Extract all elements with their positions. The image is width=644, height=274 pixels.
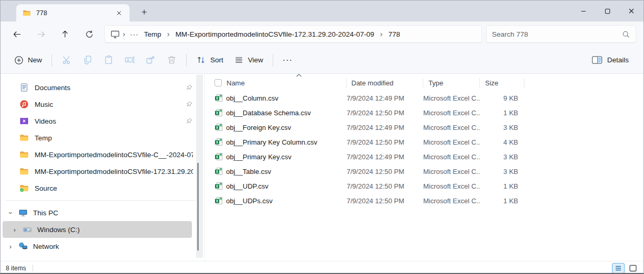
search-icon: [621, 30, 630, 39]
file-explorer-window: 778: [0, 0, 644, 274]
see-more-button[interactable]: ···: [277, 56, 298, 65]
delete-button[interactable]: [161, 51, 182, 70]
file-size: 1 KB: [480, 182, 524, 190]
sort-button-label: Sort: [210, 56, 223, 64]
tab-title: 778: [36, 9, 113, 17]
rename-button[interactable]: [119, 51, 140, 70]
table-row[interactable]: obj__Table.csv 7/9/2024 12:50 PM Microso…: [205, 164, 643, 179]
column-header-name[interactable]: Name: [227, 75, 347, 91]
close-icon: [115, 9, 123, 17]
documents-icon: [19, 83, 29, 92]
tab-778[interactable]: 778: [16, 4, 130, 21]
view-button[interactable]: View: [229, 52, 269, 68]
table-row[interactable]: obj__UDPs.csv 7/9/2024 12:50 PM Microsof…: [205, 193, 643, 208]
table-row[interactable]: obj__Primary Key.csv 7/9/2024 12:49 PM M…: [205, 149, 643, 164]
details-button-label: Details: [607, 56, 629, 64]
search-input[interactable]: [492, 30, 621, 38]
large-icons-view-toggle[interactable]: [627, 263, 639, 273]
sidebar-item-videos[interactable]: Videos: [1, 113, 205, 129]
new-tab-button[interactable]: [137, 5, 152, 19]
column-header-label: Date modified: [351, 79, 393, 87]
address-row: › ··· Temp › MM-ExportimportedmodelintoC…: [1, 21, 643, 47]
sidebar-item-label: Network: [33, 243, 59, 250]
videos-icon: [19, 116, 29, 126]
column-header-type[interactable]: Type: [423, 75, 480, 91]
excel-csv-file-icon: [214, 108, 223, 117]
copy-button[interactable]: [77, 51, 98, 70]
back-button[interactable]: [5, 25, 29, 43]
sidebar-item-temp[interactable]: Temp: [1, 129, 205, 146]
refresh-button[interactable]: [77, 25, 101, 43]
sidebar-item-documents[interactable]: Documents: [1, 79, 205, 96]
breadcrumb-segment-temp[interactable]: Temp: [141, 29, 165, 40]
file-type: Microsoft Excel C...: [423, 124, 480, 131]
chevron-down-icon[interactable]: ›: [7, 209, 15, 216]
chevron-separator-icon: ›: [165, 29, 173, 39]
sidebar-item-label: Windows (C:): [37, 226, 80, 234]
file-date-modified: 7/9/2024 12:50 PM: [347, 138, 423, 146]
sidebar-scrollbar[interactable]: [196, 75, 203, 258]
plus-icon: [141, 8, 148, 16]
forward-button[interactable]: [29, 25, 53, 43]
sidebar-item-export-folder-1[interactable]: MM-ExportimportedmodelintoCSVfile-C__-20…: [1, 146, 205, 163]
details-view-toggle[interactable]: [612, 263, 625, 273]
folder-icon: [19, 133, 29, 143]
sidebar-item-export-folder-2[interactable]: MM-ExportimportedmodelintoCSVfile-172.31…: [1, 163, 205, 180]
breadcrumb-overflow-button[interactable]: ···: [128, 30, 141, 38]
file-type: Microsoft Excel C...: [423, 138, 480, 146]
file-name: obj__Primary Key.csv: [226, 153, 347, 161]
file-date-modified: 7/9/2024 12:50 PM: [347, 182, 423, 190]
table-row[interactable]: obj__Foreign Key.csv 7/9/2024 12:49 PM M…: [205, 120, 643, 135]
breadcrumb-segment-export-folder[interactable]: MM-ExportimportedmodelintoCSVfile-172.31…: [173, 29, 378, 40]
navigation-pane: Documents Music Videos Temp MM-Exportimp…: [1, 74, 205, 261]
search-box[interactable]: [486, 25, 636, 43]
chevron-right-icon[interactable]: ›: [7, 243, 14, 250]
breadcrumb[interactable]: › ··· Temp › MM-ExportimportedmodelintoC…: [104, 25, 482, 43]
sort-arrows-icon: [196, 55, 206, 65]
sidebar-item-source[interactable]: Source: [1, 180, 205, 196]
share-icon: [145, 54, 156, 65]
details-pane-button[interactable]: Details: [586, 52, 634, 68]
sidebar-item-this-pc[interactable]: › This PC: [1, 204, 205, 221]
sidebar-item-music[interactable]: Music: [1, 96, 205, 113]
breadcrumb-segment-778[interactable]: 778: [385, 29, 403, 40]
pin-icon: [186, 84, 193, 91]
column-header-size[interactable]: Size: [480, 75, 524, 91]
paste-button[interactable]: [98, 51, 119, 70]
folder-icon: [19, 150, 29, 159]
share-button[interactable]: [140, 51, 161, 70]
close-icon: [627, 7, 636, 15]
file-type: Microsoft Excel C...: [423, 94, 480, 102]
cut-button[interactable]: [56, 51, 77, 70]
table-row[interactable]: obj__UDP.csv 7/9/2024 12:50 PM Microsoft…: [205, 179, 643, 193]
folder-icon: [19, 167, 29, 176]
sort-button[interactable]: Sort: [191, 52, 229, 68]
scrollbar-thumb[interactable]: [197, 163, 199, 250]
new-button-label: New: [28, 56, 42, 64]
titlebar-drag-region[interactable]: [152, 1, 571, 21]
excel-csv-file-icon: [214, 167, 223, 176]
tab-close-button[interactable]: [113, 7, 125, 19]
chevron-separator-icon: ›: [377, 29, 385, 39]
select-all-checkbox[interactable]: [214, 79, 222, 86]
new-button[interactable]: New: [9, 52, 47, 68]
file-list: Name Date modified Type Size obj__Column…: [205, 74, 643, 261]
column-header-date-modified[interactable]: Date modified: [347, 75, 423, 91]
column-header-label: Type: [428, 79, 443, 87]
minimize-button[interactable]: [571, 1, 595, 21]
file-type: Microsoft Excel C...: [423, 153, 480, 161]
sidebar-item-network[interactable]: › Network: [1, 238, 205, 255]
sort-ascending-caret-icon: [296, 73, 302, 78]
maximize-button[interactable]: [595, 1, 619, 21]
close-button[interactable]: [619, 1, 643, 21]
table-row[interactable]: obj__Primary Key Column.csv 7/9/2024 12:…: [205, 135, 643, 149]
toolbar-divider: [186, 54, 187, 67]
chevron-right-icon[interactable]: ›: [11, 226, 18, 234]
excel-csv-file-icon: [214, 138, 223, 146]
sidebar-item-windows-c[interactable]: › Windows (C:): [3, 221, 192, 238]
table-row[interactable]: obj__Column.csv 7/9/2024 12:49 PM Micros…: [205, 91, 643, 105]
chevron-separator-icon: ›: [120, 29, 128, 39]
details-pane-icon: [591, 55, 603, 65]
table-row[interactable]: obj__Database Schema.csv 7/9/2024 12:50 …: [205, 105, 643, 120]
up-button[interactable]: [53, 25, 77, 43]
